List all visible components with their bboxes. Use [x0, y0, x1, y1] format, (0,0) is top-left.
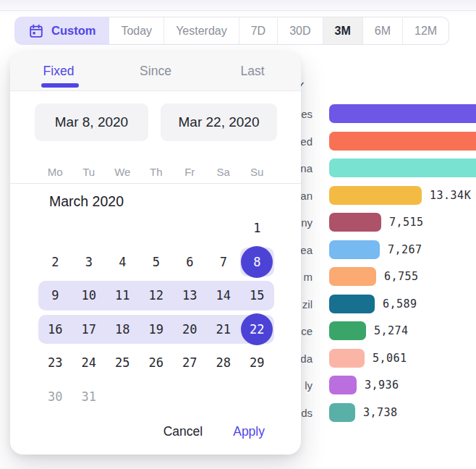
day-number: 31 [82, 389, 96, 404]
day-number: 16 [48, 322, 62, 337]
preset-today[interactable]: Today [109, 17, 164, 44]
calendar-day-24[interactable]: 24 [72, 346, 106, 380]
day-number: 2 [51, 255, 59, 269]
chart-bar [329, 213, 381, 232]
day-number: 19 [149, 322, 163, 337]
chart-row-label: ed [300, 135, 313, 147]
calendar-week-row: 16171819202122 [38, 313, 274, 347]
calendar-day-1[interactable]: 1 [240, 211, 274, 245]
calendar-grid: 1234567891011121314151617181920212223242… [38, 211, 274, 413]
calendar-day-6[interactable]: 6 [173, 245, 207, 279]
day-number: 11 [115, 288, 129, 303]
calendar-week-row: 9101112131415 [38, 279, 274, 313]
day-number: 5 [153, 255, 160, 269]
calendar-day-17[interactable]: 17 [72, 313, 106, 347]
preset-3m[interactable]: 3M [323, 17, 363, 44]
calendar-day-13[interactable]: 13 [173, 279, 207, 313]
weekday-we: We [106, 162, 140, 181]
chart-row-label: ce [301, 325, 313, 337]
tab-since[interactable]: Since [107, 52, 204, 90]
calendar-day-28[interactable]: 28 [207, 346, 241, 380]
day-number: 9 [51, 288, 59, 303]
calendar-day-23[interactable]: 23 [38, 346, 72, 380]
calendar-day-14[interactable]: 14 [207, 279, 241, 313]
day-number: 14 [216, 288, 231, 303]
day-number: 7 [220, 255, 227, 269]
chart-bar [329, 349, 365, 368]
preset-7d[interactable]: 7D [239, 17, 278, 44]
calendar-day-5[interactable]: 5 [140, 245, 174, 279]
chart-bar [329, 159, 476, 177]
chart-row-label: zil [302, 297, 313, 310]
chart-bar [329, 267, 376, 286]
calendar-day-4[interactable]: 4 [106, 245, 140, 279]
tab-last[interactable]: Last [204, 52, 301, 90]
preset-12m[interactable]: 12M [403, 17, 449, 44]
calendar-day-30[interactable]: 30 [38, 380, 72, 414]
day-number: 8 [253, 255, 260, 269]
chart-bar-value: 5,061 [373, 352, 407, 365]
end-date-input[interactable]: Mar 22, 2020 [161, 103, 277, 141]
preset-yesterday[interactable]: Yesterday [164, 17, 239, 44]
calendar-day-31[interactable]: 31 [72, 380, 106, 414]
chart-bar-value: 6,755 [384, 270, 419, 283]
chart-row-label: es [301, 108, 313, 120]
chart-bar-value: 5,274 [374, 324, 409, 337]
preset-range-group: TodayYesterday7D30D3M6M12M [109, 17, 449, 45]
calendar-day-20[interactable]: 20 [173, 313, 207, 347]
calendar-day-9[interactable]: 9 [38, 279, 72, 313]
month-title: March 2020 [49, 193, 124, 210]
day-number: 22 [250, 322, 264, 337]
calendar-divider [10, 183, 301, 184]
calendar-day-3[interactable]: 3 [72, 245, 106, 279]
calendar-day-16[interactable]: 16 [38, 313, 72, 347]
preset-30d[interactable]: 30D [278, 17, 323, 44]
day-number: 1 [253, 221, 260, 235]
day-number: 24 [82, 355, 96, 370]
day-number: 20 [182, 322, 197, 337]
chart-bar [329, 321, 366, 340]
date-picker-popup: FixedSinceLast Mar 8, 2020 Mar 22, 2020 … [10, 52, 301, 455]
calendar-week-row: 23242526272829 [38, 346, 274, 380]
day-number: 29 [250, 355, 264, 370]
calendar-day-11[interactable]: 11 [106, 279, 140, 313]
calendar-day-21[interactable]: 21 [207, 313, 241, 347]
calendar-day-19[interactable]: 19 [140, 313, 174, 347]
chart-row-label: ny [301, 216, 313, 229]
popup-footer: Cancel Apply [163, 424, 265, 439]
day-number: 21 [216, 322, 231, 337]
preset-6m[interactable]: 6M [363, 17, 403, 44]
day-number: 18 [115, 322, 129, 337]
calendar-day-26[interactable]: 26 [140, 346, 174, 380]
weekday-header-row: MoTuWeThFrSaSu [38, 162, 274, 181]
chart-bar-value: 3,936 [365, 379, 399, 392]
chart-bar-value: 6,589 [383, 297, 417, 310]
calendar-day-15[interactable]: 15 [240, 279, 274, 313]
custom-range-button[interactable]: Custom [14, 17, 109, 45]
calendar-day-27[interactable]: 27 [173, 346, 207, 380]
calendar-week-row: 1 [38, 211, 274, 245]
active-tab-underline [41, 83, 79, 88]
calendar-day-22[interactable]: 22 [240, 313, 274, 347]
cancel-button[interactable]: Cancel [163, 424, 203, 439]
calendar-day-12[interactable]: 12 [140, 279, 174, 313]
calendar-day-8[interactable]: 8 [240, 245, 274, 279]
apply-button[interactable]: Apply [233, 424, 265, 439]
calendar-day-7[interactable]: 7 [207, 245, 241, 279]
weekday-mo: Mo [38, 162, 72, 181]
calendar-day-25[interactable]: 25 [106, 346, 140, 380]
start-date-input[interactable]: Mar 8, 2020 [35, 103, 148, 141]
chart-bar [329, 186, 422, 205]
calendar-day-18[interactable]: 18 [106, 313, 140, 347]
chart-row-label: m [304, 271, 313, 283]
weekday-tu: Tu [72, 162, 106, 181]
calendar-day-29[interactable]: 29 [240, 346, 274, 380]
chart-bar-value: 7,515 [389, 216, 424, 229]
chart-bar [329, 104, 476, 123]
day-number: 10 [82, 288, 96, 303]
day-number: 3 [85, 255, 93, 269]
calendar-day-2[interactable]: 2 [38, 245, 72, 279]
day-number: 6 [186, 255, 193, 269]
day-number: 25 [115, 355, 129, 370]
calendar-day-10[interactable]: 10 [72, 279, 106, 313]
